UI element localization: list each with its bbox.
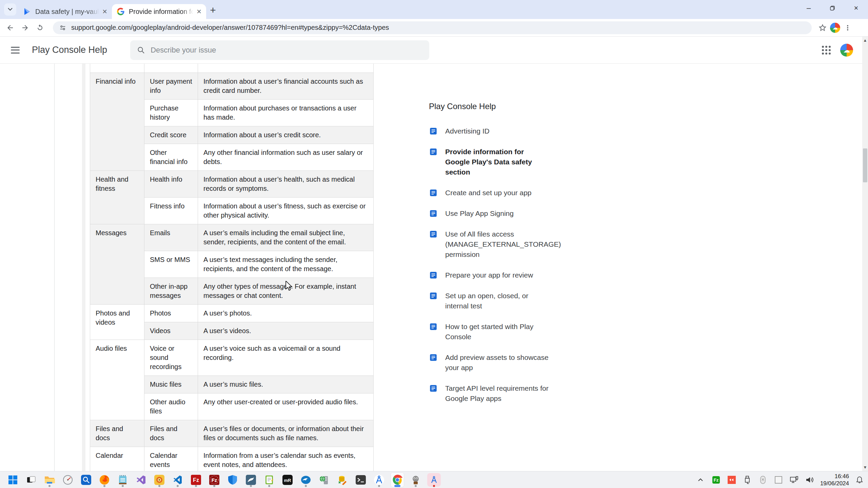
- forward-button[interactable]: [18, 20, 33, 35]
- bookmark-button[interactable]: [815, 20, 830, 35]
- tab-close-icon[interactable]: ×: [197, 7, 201, 16]
- sidebar-link-use-play-app-signing[interactable]: Use Play App Signing: [429, 208, 555, 219]
- page-scrollbar[interactable]: ▲ ▼: [862, 37, 868, 471]
- sidebar-link-target-api-level-requirements-for-google[interactable]: Target API level requirements for Google…: [429, 383, 555, 404]
- dev-compass-icon[interactable]: [372, 472, 386, 487]
- sidebar-link-create-and-set-up-your-app[interactable]: Create and set up your app: [429, 188, 555, 198]
- back-button[interactable]: [3, 20, 18, 35]
- tray-usb-icon[interactable]: [742, 475, 752, 485]
- tab-provide-information[interactable]: Provide information for Google ×: [112, 4, 206, 19]
- sidebar-link-label: Advertising ID: [445, 126, 490, 136]
- inner-scrollbar-track[interactable]: [82, 64, 85, 471]
- chrome-icon[interactable]: [391, 472, 404, 487]
- browser-toolbar: support.google.com/googleplay/android-de…: [0, 19, 868, 37]
- windows-taskbar: FzFzmR Fz 16:46 19/06/2024: [0, 471, 868, 488]
- table-row: Health and fitnessHealth infoInformation…: [90, 170, 374, 197]
- svg-text:mR: mR: [284, 478, 292, 483]
- xnview-icon[interactable]: [153, 472, 166, 487]
- chevron-down-icon: [8, 8, 13, 11]
- window-restore-button[interactable]: [821, 0, 844, 16]
- site-settings-icon[interactable]: [59, 24, 66, 32]
- forward-arrow-icon: [21, 24, 29, 32]
- description-cell: A user’s files or documents, or informat…: [198, 420, 374, 447]
- window-close-button[interactable]: ×: [844, 0, 868, 16]
- notepad-icon[interactable]: [116, 472, 130, 487]
- scroll-down-icon[interactable]: ▼: [862, 465, 868, 470]
- mremoteng-icon[interactable]: mR: [281, 472, 294, 487]
- category-cell-photos-and-videos: Photos and videos: [90, 304, 144, 340]
- firefox-icon[interactable]: [98, 472, 111, 487]
- dev-compass-pink-icon[interactable]: [427, 472, 441, 487]
- sidebar-link-advertising-id[interactable]: Advertising ID: [429, 126, 555, 136]
- reload-button[interactable]: [33, 20, 47, 35]
- tray-clock[interactable]: 16:46 19/06/2024: [820, 473, 849, 487]
- sidebar-link-use-of-all-files-access-manage-external-[interactable]: Use of All files access (MANAGE_EXTERNAL…: [429, 229, 555, 260]
- scroll-up-icon[interactable]: ▲: [862, 38, 868, 43]
- sidebar-link-prepare-your-app-for-review[interactable]: Prepare your app for review: [429, 270, 555, 280]
- type-cell-credit-score: Credit score: [144, 126, 198, 144]
- address-bar[interactable]: support.google.com/googleplay/android-de…: [53, 21, 812, 34]
- page-content: Play Console Help Describe your issue ☁ …: [0, 37, 868, 471]
- defender-icon[interactable]: [226, 472, 239, 487]
- tray-notifications-bell-icon[interactable]: [854, 475, 865, 485]
- category-cell-calendar: Calendar: [90, 447, 144, 471]
- category-cell-files-and-docs: Files and docs: [90, 420, 144, 447]
- task-view-icon[interactable]: [24, 472, 38, 487]
- type-cell-user-payment-info: User payment info: [144, 73, 198, 99]
- tab-data-safety[interactable]: Data safety | my-vault ×: [18, 4, 112, 19]
- description-cell: A user’s voice such as a voicemail or a …: [198, 340, 374, 375]
- db-tools-icon[interactable]: [336, 472, 349, 487]
- browser-tabstrip: Data safety | my-vault × Provide informa…: [0, 0, 868, 19]
- filezilla-icon[interactable]: Fz: [189, 472, 203, 487]
- google-apps-icon[interactable]: [822, 46, 831, 55]
- tray-app-square-icon[interactable]: [773, 475, 784, 485]
- type-cell-fitness-info: Fitness info: [144, 197, 198, 224]
- tray-date: 19/06/2024: [820, 480, 849, 487]
- tab-close-icon[interactable]: ×: [102, 7, 107, 16]
- hamburger-menu-icon[interactable]: [11, 47, 20, 54]
- table-row: Photos and videosPhotosA user’s photos.: [90, 304, 374, 322]
- sidebar-link-provide-information-for-google-play-s-da[interactable]: Provide information for Google Play's Da…: [429, 147, 555, 177]
- account-avatar[interactable]: ☁: [840, 44, 853, 57]
- help-search-input[interactable]: Describe your issue: [130, 40, 429, 60]
- svg-text:Fz: Fz: [714, 477, 719, 483]
- tray-chevron-up-icon[interactable]: [695, 475, 706, 485]
- sidebar-link-label: Target API level requirements for Google…: [445, 383, 549, 404]
- search-app-icon[interactable]: [79, 472, 93, 487]
- article-icon: [429, 230, 438, 239]
- tray-filezilla-server-icon[interactable]: Fz: [711, 475, 721, 485]
- window-minimize-button[interactable]: –: [797, 0, 821, 16]
- type-cell-purchase-history: Purchase history: [144, 99, 198, 126]
- gimp-icon[interactable]: [409, 472, 422, 487]
- tray-mouse-icon[interactable]: [758, 475, 768, 485]
- tab-search-button[interactable]: [4, 3, 16, 16]
- article-icon: [429, 322, 438, 331]
- new-tab-button[interactable]: +: [206, 3, 220, 17]
- openoffice-icon[interactable]: [299, 472, 313, 487]
- tray-volume-icon[interactable]: [805, 475, 815, 485]
- terminal-icon[interactable]: [354, 472, 368, 487]
- tray-everything-icon[interactable]: [727, 475, 737, 485]
- sidebar-link-add-preview-assets-to-showcase-your-app[interactable]: Add preview assets to showcase your app: [429, 352, 555, 373]
- category-cell-audio-files: Audio files: [90, 340, 144, 420]
- filezilla-server-icon[interactable]: Fz: [208, 472, 221, 487]
- type-cell-other-audio-files: Other audio files: [144, 393, 198, 420]
- gauge-app-icon[interactable]: [61, 472, 75, 487]
- visual-studio-icon[interactable]: [134, 472, 148, 487]
- browser-profile-avatar[interactable]: ☁: [830, 23, 840, 33]
- mysql-workbench-icon[interactable]: [244, 472, 258, 487]
- scrollbar-thumb[interactable]: [863, 148, 867, 182]
- file-explorer-icon[interactable]: [43, 472, 56, 487]
- sidebar-link-set-up-an-open-closed-or-internal-test[interactable]: Set up an open, closed, or internal test: [429, 291, 555, 311]
- tray-network-icon[interactable]: [789, 475, 799, 485]
- article-icon: [429, 271, 438, 280]
- server-globe-icon[interactable]: [317, 472, 331, 487]
- category-cell-financial-info: Financial info: [90, 73, 144, 170]
- notepad-plus-plus-icon[interactable]: [262, 472, 276, 487]
- start-icon[interactable]: [6, 472, 20, 487]
- browser-menu-button[interactable]: [840, 20, 855, 35]
- type-cell-photos: Photos: [144, 304, 198, 322]
- sidebar-link-how-to-get-started-with-play-console[interactable]: How to get started with Play Console: [429, 322, 555, 342]
- vscode-icon[interactable]: [171, 472, 184, 487]
- description-cell: A user’s music files.: [198, 375, 374, 393]
